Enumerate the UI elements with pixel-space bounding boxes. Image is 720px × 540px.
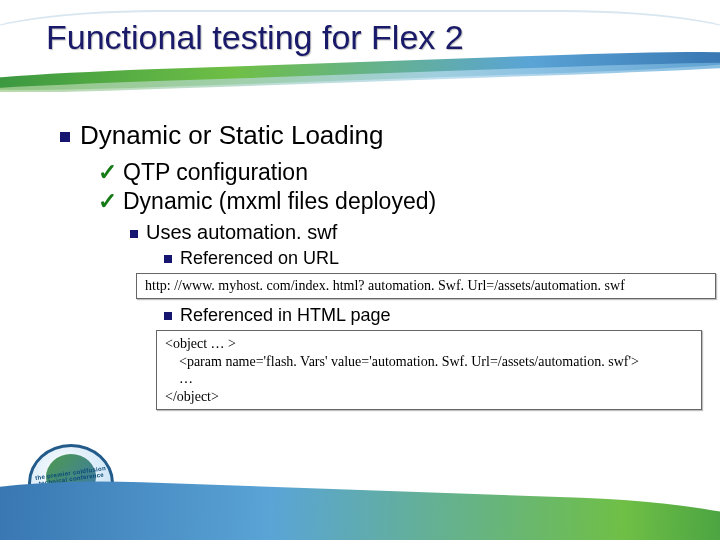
slide-body: Dynamic or Static Loading ✓QTP configura… (60, 112, 680, 416)
slide: Functional testing for Flex 2 Dynamic or… (0, 0, 720, 540)
url-code-box: http: //www. myhost. com/index. html? au… (136, 273, 716, 299)
bullet-level3: Uses automation. swf (130, 221, 680, 244)
checkmark-icon: ✓ (98, 159, 117, 185)
bullet-text: QTP configuration (123, 159, 308, 185)
checkmark-icon: ✓ (98, 188, 117, 214)
bullet-text: Dynamic or Static Loading (80, 120, 383, 150)
bullet-level4: Referenced in HTML page (164, 305, 680, 326)
bullet-text: Referenced in HTML page (180, 305, 390, 325)
bullet-level1: Dynamic or Static Loading (60, 120, 680, 151)
bottom-decoration (0, 450, 720, 540)
bullet-level2: ✓Dynamic (mxml files deployed) (98, 188, 680, 215)
html-code-box: <object … > <param name='flash. Vars' va… (156, 330, 702, 410)
square-bullet-icon (130, 230, 138, 238)
bullet-text: Dynamic (mxml files deployed) (123, 188, 436, 214)
bullet-text: Referenced on URL (180, 248, 339, 268)
bullet-level4: Referenced on URL (164, 248, 680, 269)
square-bullet-icon (60, 132, 70, 142)
square-bullet-icon (164, 255, 172, 263)
square-bullet-icon (164, 312, 172, 320)
bullet-text: Uses automation. swf (146, 221, 337, 243)
slide-title: Functional testing for Flex 2 (46, 18, 464, 57)
bullet-level2: ✓QTP configuration (98, 159, 680, 186)
